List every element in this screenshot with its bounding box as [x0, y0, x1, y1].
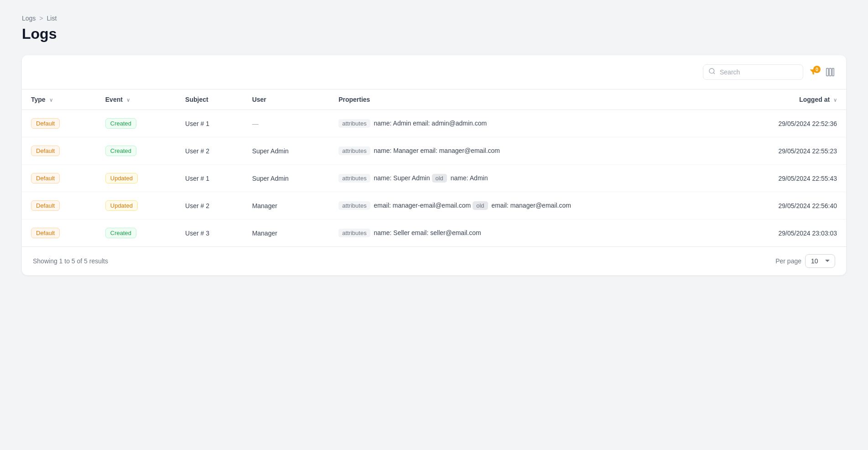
prop-old-tag: old: [432, 174, 447, 183]
cell-properties: attributes name: Seller email: seller@em…: [329, 220, 725, 247]
svg-rect-4: [832, 68, 834, 76]
table-row: DefaultCreatedUser # 3Managerattributes …: [22, 220, 846, 247]
filter-badge: 0: [813, 66, 821, 73]
breadcrumb: Logs > List: [22, 15, 846, 22]
card-footer: Showing 1 to 5 of 5 results Per page 10 …: [22, 246, 846, 275]
search-icon: [708, 68, 716, 77]
sort-icon-event: ∨: [126, 97, 130, 103]
cell-logged-at: 29/05/2024 22:55:23: [725, 137, 846, 165]
cell-type: Default: [22, 110, 96, 137]
cell-logged-at: 29/05/2024 23:03:03: [725, 220, 846, 247]
prop-tag: attributes: [338, 119, 370, 128]
cell-properties: attributes name: Manager email: manager@…: [329, 137, 725, 165]
columns-button[interactable]: [825, 67, 835, 77]
prop-tag: attributes: [338, 201, 370, 210]
prop-tag: attributes: [338, 147, 370, 155]
prop-text: name: Manager email: manager@email.com: [372, 147, 500, 154]
type-badge: Default: [31, 228, 60, 238]
prop-text: name: Super Admin: [372, 174, 430, 182]
cell-properties: attributes email: manager-email@email.co…: [329, 192, 725, 220]
card-toolbar: 0: [22, 55, 846, 89]
col-type[interactable]: Type ∨: [22, 89, 96, 110]
col-properties: Properties: [329, 89, 725, 110]
cell-event: Updated: [96, 165, 176, 192]
cell-subject: User # 2: [176, 192, 243, 220]
search-wrapper: [703, 64, 803, 80]
svg-rect-3: [829, 68, 832, 76]
prop-old-text: name: Admin: [449, 174, 488, 182]
event-badge: Created: [105, 118, 136, 129]
page-title: Logs: [22, 26, 846, 42]
table-header-row: Type ∨ Event ∨ Subject User Properties L: [22, 89, 846, 110]
cell-type: Default: [22, 220, 96, 247]
cell-event: Created: [96, 220, 176, 247]
table-row: DefaultUpdatedUser # 1Super Adminattribu…: [22, 165, 846, 192]
table-row: DefaultCreatedUser # 2Super Adminattribu…: [22, 137, 846, 165]
table-row: DefaultUpdatedUser # 2Managerattributes …: [22, 192, 846, 220]
cell-logged-at: 29/05/2024 22:52:36: [725, 110, 846, 137]
cell-logged-at: 29/05/2024 22:55:43: [725, 165, 846, 192]
columns-icon: [825, 67, 835, 77]
svg-point-0: [709, 68, 714, 73]
type-badge: Default: [31, 118, 60, 129]
cell-properties: attributes name: Super Adminold name: Ad…: [329, 165, 725, 192]
prop-old-text: email: manager@email.com: [490, 202, 571, 209]
col-user: User: [243, 89, 330, 110]
cell-type: Default: [22, 165, 96, 192]
event-badge: Updated: [105, 173, 138, 183]
event-badge: Updated: [105, 200, 138, 211]
prop-text: name: Seller email: seller@email.com: [372, 229, 481, 236]
prop-old-tag: old: [473, 201, 488, 210]
logs-card: 0 Type ∨ Event ∨ Subject: [22, 55, 846, 275]
cell-properties: attributes name: Admin email: admin@admi…: [329, 110, 725, 137]
cell-subject: User # 3: [176, 220, 243, 247]
type-badge: Default: [31, 173, 60, 183]
col-event[interactable]: Event ∨: [96, 89, 176, 110]
prop-text: email: manager-email@email.com: [372, 202, 471, 209]
sort-icon-type: ∨: [49, 97, 53, 103]
prop-text: name: Admin email: admin@admin.com: [372, 120, 487, 127]
search-input[interactable]: [703, 64, 803, 80]
col-logged-at[interactable]: Logged at ∨: [725, 89, 846, 110]
cell-user: Super Admin: [243, 165, 330, 192]
svg-rect-2: [826, 68, 829, 76]
breadcrumb-separator: >: [39, 15, 43, 22]
filter-button[interactable]: 0: [809, 68, 818, 77]
prop-tag: attributes: [338, 229, 370, 237]
cell-user: Manager: [243, 192, 330, 220]
cell-user: Super Admin: [243, 137, 330, 165]
logs-table: Type ∨ Event ∨ Subject User Properties L: [22, 89, 846, 246]
per-page-select[interactable]: 10 25 50 100: [805, 254, 835, 268]
breadcrumb-current: List: [47, 15, 57, 22]
cell-user: —: [243, 110, 330, 137]
cell-event: Created: [96, 110, 176, 137]
event-badge: Created: [105, 228, 136, 238]
type-badge: Default: [31, 200, 60, 211]
cell-type: Default: [22, 137, 96, 165]
cell-event: Updated: [96, 192, 176, 220]
table-row: DefaultCreatedUser # 1—attributes name: …: [22, 110, 846, 137]
prop-tag: attributes: [338, 174, 370, 183]
cell-subject: User # 2: [176, 137, 243, 165]
svg-line-1: [713, 73, 715, 74]
cell-event: Created: [96, 137, 176, 165]
sort-icon-logged-at: ∨: [833, 97, 837, 103]
col-subject: Subject: [176, 89, 243, 110]
cell-logged-at: 29/05/2024 22:56:40: [725, 192, 846, 220]
type-badge: Default: [31, 146, 60, 156]
showing-text: Showing 1 to 5 of 5 results: [33, 257, 108, 265]
cell-type: Default: [22, 192, 96, 220]
per-page-wrapper: Per page 10 25 50 100: [775, 254, 835, 268]
cell-user: Manager: [243, 220, 330, 247]
cell-subject: User # 1: [176, 165, 243, 192]
per-page-label: Per page: [775, 257, 801, 265]
event-badge: Created: [105, 146, 136, 156]
cell-subject: User # 1: [176, 110, 243, 137]
breadcrumb-root[interactable]: Logs: [22, 15, 36, 22]
